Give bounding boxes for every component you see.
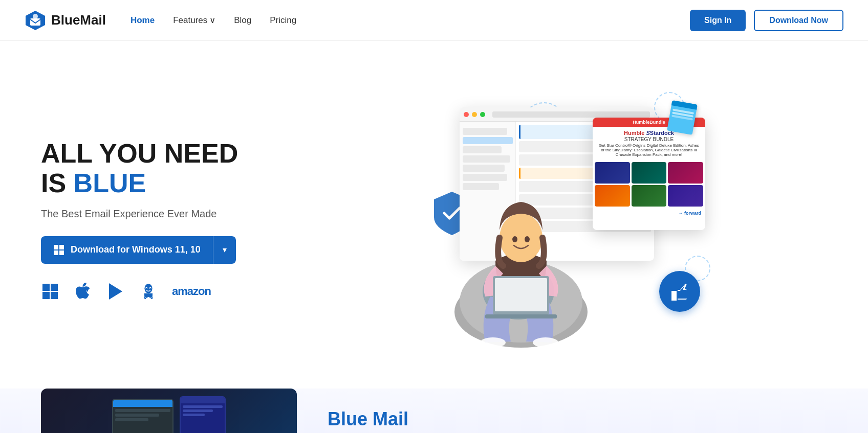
download-windows-button[interactable]: Download for Windows 11, 10 [41, 236, 213, 264]
svg-rect-8 [51, 284, 58, 291]
logo-link[interactable]: BlueMail [25, 10, 106, 31]
ds1-line1 [115, 409, 170, 412]
bluemail-logo-icon [25, 10, 46, 31]
navbar: BlueMail Home Features ∨ Blog Pricing Si… [0, 0, 868, 41]
svg-rect-23 [485, 314, 557, 318]
nav-item-home[interactable]: Home [131, 15, 155, 26]
hero-subtext: The Best Email Experience Ever Made [41, 208, 307, 220]
blue-mail-label: Blue Mail [328, 408, 408, 430]
svg-point-14 [146, 288, 147, 289]
hero-left: ALL YOU NEED IS BLUE The Best Email Expe… [41, 139, 307, 300]
svg-rect-3 [54, 245, 58, 249]
mockup-dot-green [480, 112, 485, 117]
bottom-strip-dark-box [41, 389, 297, 433]
platform-amazon-icon[interactable]: amazon [172, 282, 211, 301]
svg-point-25 [512, 236, 517, 242]
headline-line1: ALL YOU NEED [41, 139, 238, 168]
svg-point-15 [150, 288, 151, 289]
nav-link-pricing[interactable]: Pricing [270, 15, 296, 25]
download-button-group: Download for Windows 11, 10 ▾ [41, 236, 236, 264]
platform-linux-icon[interactable] [139, 282, 158, 301]
bundle-item-2 [632, 162, 667, 184]
hero-section: ALL YOU NEED IS BLUE The Best Email Expe… [0, 41, 868, 389]
nav-item-pricing[interactable]: Pricing [270, 15, 296, 26]
ds2-line2 [183, 409, 213, 412]
bundle-forward: → forward [593, 209, 705, 218]
platform-apple-icon[interactable] [74, 282, 92, 301]
thumbsup-deco [659, 271, 700, 312]
ds2-line1 [183, 405, 223, 408]
bundle-item-5 [632, 185, 667, 207]
device-screen-1-header [113, 400, 172, 407]
mockup-dot-yellow [472, 112, 477, 117]
bundle-grid [593, 160, 705, 209]
nav-item-blog[interactable]: Blog [234, 15, 251, 26]
svg-rect-1 [30, 18, 40, 26]
device-screen-2 [180, 396, 226, 433]
bottom-strip-right: Blue Mail [297, 389, 827, 433]
ds1-line3 [115, 418, 148, 421]
platform-icons: amazon [41, 282, 307, 301]
windows-icon [53, 244, 64, 256]
headline-line2-prefix: IS [41, 168, 74, 198]
chevron-down-icon: ∨ [209, 15, 215, 26]
device-screen-1-content [113, 407, 172, 423]
hero-headline: ALL YOU NEED IS BLUE [41, 139, 307, 197]
download-caret-button[interactable]: ▾ [213, 236, 236, 264]
nav-links: Home Features ∨ Blog Pricing [131, 15, 296, 26]
svg-rect-4 [59, 245, 64, 249]
nav-item-features[interactable]: Features ∨ [173, 15, 215, 26]
bundle-popup: HumbleBundle Humble SStardock STRATEGY B… [593, 118, 705, 230]
ds2-line3 [183, 414, 205, 416]
platform-google-play-icon[interactable] [106, 282, 125, 301]
headline-blue-word: BLUE [74, 168, 146, 198]
calendar-deco [667, 100, 698, 135]
svg-rect-10 [51, 292, 58, 299]
platform-windows-icon[interactable] [41, 282, 59, 301]
bundle-item-6 [668, 185, 703, 207]
svg-point-20 [533, 337, 558, 348]
person-svg [444, 158, 598, 353]
device-screen-1 [112, 399, 173, 433]
svg-point-24 [500, 213, 542, 262]
svg-rect-2 [33, 14, 38, 19]
device-screen-2-header [181, 397, 225, 403]
hero-illustration: HumbleBundle Humble SStardock STRATEGY B… [419, 87, 715, 353]
hero-right: HumbleBundle Humble SStardock STRATEGY B… [307, 77, 827, 363]
navbar-left: BlueMail Home Features ∨ Blog Pricing [25, 10, 296, 31]
nav-link-home[interactable]: Home [131, 15, 155, 25]
svg-rect-22 [495, 278, 547, 311]
svg-point-19 [480, 337, 506, 348]
device-preview [41, 389, 297, 433]
mockup-dot-red [464, 112, 469, 117]
mockup-sidebar-item-1 [463, 128, 507, 135]
svg-rect-9 [42, 292, 50, 299]
signin-button[interactable]: Sign In [690, 10, 746, 31]
brand-name: BlueMail [51, 12, 106, 28]
person-illustration [434, 138, 608, 353]
svg-point-26 [525, 236, 530, 242]
svg-rect-6 [59, 250, 64, 255]
mockup-url-bar [492, 111, 650, 118]
bundle-subtitle: Get Star Control® Origins Digital Deluxe… [593, 143, 705, 160]
download-now-button[interactable]: Download Now [754, 10, 843, 31]
svg-rect-5 [54, 250, 58, 255]
ds1-line2 [115, 414, 159, 417]
bundle-item-3 [668, 162, 703, 184]
navbar-right: Sign In Download Now [690, 10, 843, 31]
bottom-strip: Blue Mail [0, 389, 868, 433]
caret-icon: ▾ [223, 245, 227, 255]
nav-link-features[interactable]: Features ∨ [173, 15, 215, 26]
device-screen-2-content [181, 403, 225, 418]
svg-rect-7 [42, 284, 50, 291]
nav-link-blog[interactable]: Blog [234, 15, 251, 25]
